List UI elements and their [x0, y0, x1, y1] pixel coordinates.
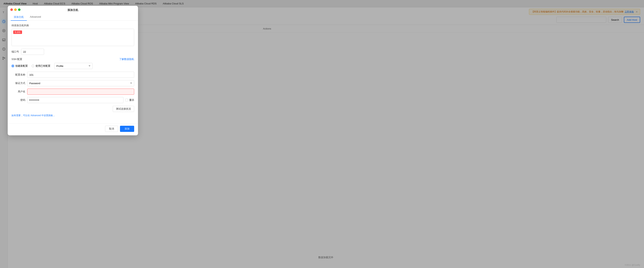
host-list-box: 5.101 — [12, 29, 134, 46]
radio-use-existing-btn[interactable] — [32, 64, 34, 67]
show-password-label: 显示 — [129, 98, 134, 102]
ssh-section-header: SSH 配置 了解数据隐私 — [12, 58, 134, 61]
show-password-row: 显示 — [125, 98, 134, 102]
profile-select-wrapper: Profile — [54, 63, 92, 69]
ssh-privacy-link[interactable]: 了解数据隐私 — [119, 58, 134, 61]
modal-tabs: 添加主机 Advanced — [8, 12, 138, 21]
window-maximize-button[interactable] — [18, 8, 20, 11]
password-label: 密码 — [12, 98, 25, 102]
tab-advanced[interactable]: Advanced — [27, 14, 44, 21]
radio-create-new-btn[interactable] — [12, 64, 14, 67]
modal-dialog: 添加主机 添加主机 Advanced 待添加主机列表 5.101 端口号 SS — [8, 6, 138, 135]
advanced-link[interactable]: 如有需要，可以在 Advanced 中设置跳板... — [12, 114, 134, 117]
config-name-row: 配置名称 — [12, 72, 134, 78]
port-row: 端口号 — [12, 49, 134, 55]
modal-overlay: 添加主机 添加主机 Advanced 待添加主机列表 5.101 端口号 SS — [0, 0, 644, 268]
modal-body: 待添加主机列表 5.101 端口号 SSH 配置 了解数据隐私 创建新配 — [8, 21, 138, 123]
show-password-checkbox[interactable] — [125, 99, 128, 102]
radio-group: 创建新配置 使用已有配置 Profile — [12, 63, 134, 69]
auth-method-row: 验证方式 Password Key Agent — [12, 80, 134, 86]
host-tag: 5.101 — [13, 30, 22, 34]
config-name-label: 配置名称 — [12, 73, 25, 76]
window-controls — [10, 8, 20, 11]
cancel-button[interactable]: 取消 — [105, 126, 118, 132]
password-input[interactable] — [27, 97, 124, 103]
modal-footer: 取消 添加 — [8, 123, 138, 135]
window-minimize-button[interactable] — [14, 8, 17, 11]
test-connection-button[interactable]: 测试连接状况 — [113, 106, 134, 112]
username-input[interactable] — [27, 88, 134, 95]
username-label: 用户名 — [12, 90, 25, 93]
auth-method-label: 验证方式 — [12, 82, 25, 85]
radio-use-existing[interactable]: 使用已有配置 — [32, 64, 50, 68]
username-row: 用户名 — [12, 88, 134, 95]
profile-select[interactable]: Profile — [54, 63, 92, 69]
port-label: 端口号 — [12, 50, 21, 54]
auth-method-select[interactable]: Password Key Agent — [27, 80, 134, 86]
modal-title-bar: 添加主机 — [8, 6, 138, 12]
port-input[interactable] — [21, 49, 44, 55]
password-row: 密码 显示 — [12, 97, 134, 103]
test-btn-row: 测试连接状况 — [12, 106, 134, 112]
confirm-button[interactable]: 添加 — [120, 126, 134, 132]
ssh-label: SSH 配置 — [12, 58, 22, 61]
radio-create-new[interactable]: 创建新配置 — [12, 64, 28, 68]
window-close-button[interactable] — [10, 8, 13, 11]
config-name-input[interactable] — [27, 72, 134, 78]
host-list-label: 待添加主机列表 — [12, 24, 134, 27]
modal-title: 添加主机 — [68, 8, 78, 12]
tab-add-host[interactable]: 添加主机 — [11, 14, 27, 21]
